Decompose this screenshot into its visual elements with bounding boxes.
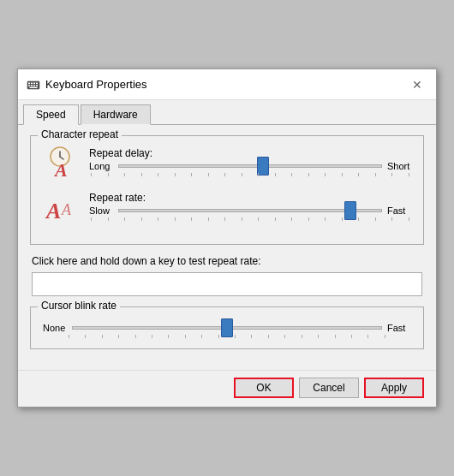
window-title: Keyboard Properties [45,78,147,91]
svg-rect-8 [36,85,38,86]
ok-button[interactable]: OK [234,378,294,398]
tab-speed[interactable]: Speed [23,104,79,125]
cursor-blink-left: None [43,323,67,333]
svg-rect-6 [31,85,33,86]
test-area-label: Click here and hold down a key to test r… [32,255,422,267]
svg-rect-3 [33,82,35,84]
close-button[interactable]: ✕ [407,74,427,95]
cursor-blink-section: Cursor blink rate None Fast [30,306,424,349]
svg-text:A: A [53,159,68,179]
repeat-rate-left: Slow [89,205,113,216]
svg-rect-9 [30,86,38,88]
title-bar: Keyboard Properties ✕ [18,69,436,100]
repeat-rate-row: A A Repeat rate: Slow Fast [43,189,411,223]
repeat-delay-row: A Repeat delay: Long Short [43,145,411,179]
cancel-button[interactable]: Cancel [299,378,359,398]
keyboard-icon [27,78,40,92]
repeat-rate-right: Fast [387,205,411,216]
repeat-delay-slider-container: Repeat delay: Long Short [89,147,411,176]
title-bar-left: Keyboard Properties [27,78,147,92]
repeat-rate-slider[interactable] [118,209,382,212]
test-area-section: Click here and hold down a key to test r… [30,255,424,296]
repeat-delay-left: Long [89,161,113,171]
tab-hardware[interactable]: Hardware [81,104,151,125]
svg-rect-5 [28,85,30,86]
svg-rect-4 [36,82,38,84]
svg-rect-2 [31,82,33,84]
keyboard-properties-window: Keyboard Properties ✕ Speed Hardware Cha… [17,68,437,408]
repeat-rate-icon: A A [43,189,81,223]
character-repeat-label: Character repeat [38,128,122,140]
tab-bar: Speed Hardware [18,100,436,125]
repeat-delay-slider[interactable] [118,164,382,168]
svg-text:A: A [45,199,61,223]
repeat-rate-slider-container: Repeat rate: Slow Fast [89,192,411,221]
character-repeat-section: Character repeat A Repeat delay: [30,135,424,245]
cursor-blink-right: Fast [387,323,411,333]
cursor-blink-slider[interactable] [72,326,382,330]
repeat-delay-icon: A [43,145,81,179]
svg-rect-7 [33,85,35,86]
cursor-blink-label: Cursor blink rate [38,300,120,312]
apply-button[interactable]: Apply [364,378,424,398]
test-area-input[interactable] [32,272,422,296]
svg-text:A: A [61,201,72,218]
repeat-delay-right: Short [387,161,411,171]
tab-content: Character repeat A Repeat delay: [18,125,436,370]
footer: OK Cancel Apply [18,370,436,407]
svg-rect-1 [28,82,30,84]
